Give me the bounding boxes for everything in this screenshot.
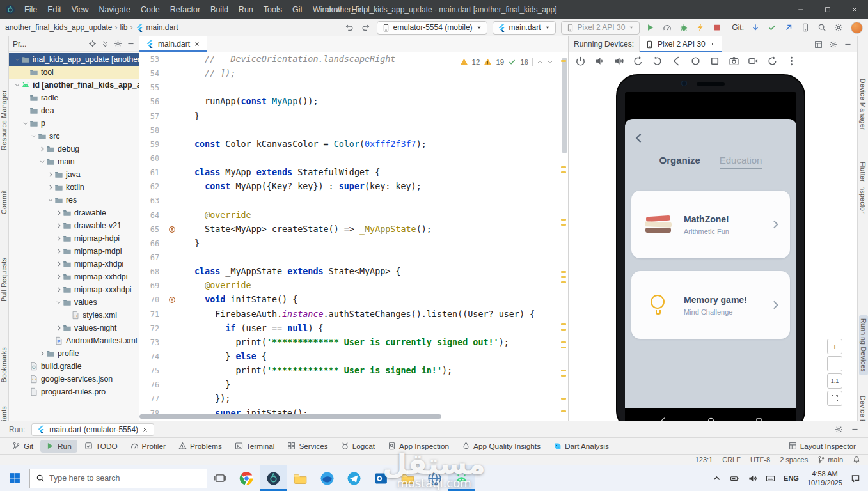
tree-item-inal-kids-app-update-another-final-ki[interactable]: inal_kids_app_update [another_final_ki: [9, 53, 139, 66]
tool-button-dart-analysis[interactable]: Dart Analysis: [548, 440, 615, 453]
tree-item-src[interactable]: src: [9, 130, 139, 143]
tool-button-profiler[interactable]: Profiler: [125, 440, 171, 453]
breadcrumb-another-final-kids-app-update[interactable]: another_final_kids_app_update: [5, 23, 112, 32]
tree-item-drawable[interactable]: drawable: [9, 207, 139, 219]
tree-chevron-icon[interactable]: [54, 286, 63, 293]
tree-item-kotlin[interactable]: kotlin: [9, 181, 139, 194]
code-line-71[interactable]: 71 FirebaseAuth.instance.authStateChange…: [139, 308, 568, 322]
nav-forward-icon[interactable]: [359, 21, 373, 34]
git-push-button[interactable]: [782, 21, 796, 34]
tool-button-logcat[interactable]: Logcat: [335, 440, 381, 453]
volume-down-button[interactable]: [594, 56, 605, 66]
tool-button-layout-inspector[interactable]: Layout Inspector: [783, 440, 862, 453]
override-method-icon[interactable]: [168, 296, 176, 304]
zoom-reset-button[interactable]: 1:1: [827, 373, 842, 389]
menu-edit[interactable]: Edit: [42, 0, 67, 19]
tree-chevron-icon[interactable]: [29, 133, 38, 139]
tool-button-git[interactable]: Git: [6, 440, 39, 453]
tree-item-build-gradle[interactable]: build.gradle: [9, 360, 139, 373]
menu-view[interactable]: View: [67, 0, 94, 19]
tree-item-mipmap-mdpi[interactable]: mipmap-mdpi: [9, 245, 139, 258]
hot-reload-button[interactable]: [693, 21, 707, 34]
close-button[interactable]: [841, 0, 868, 19]
collapse-all-icon[interactable]: [101, 40, 109, 48]
menu-file[interactable]: File: [19, 0, 42, 19]
code-line-70[interactable]: 70 void initState() {: [139, 293, 568, 307]
tree-chevron-icon[interactable]: [54, 235, 63, 242]
tree-item-mipmap-xxhdpi[interactable]: mipmap-xxhdpi: [9, 270, 139, 283]
menu-run[interactable]: Run: [233, 0, 258, 19]
tool-button-problems[interactable]: Problems: [173, 440, 228, 453]
tree-item-mipmap-xhdpi[interactable]: mipmap-xhdpi: [9, 258, 139, 270]
run-tab[interactable]: main.dart (emulator-5554): [31, 423, 154, 436]
device-selector[interactable]: emulator-5554 (mobile): [377, 21, 487, 35]
tree-chevron-icon[interactable]: [54, 261, 63, 267]
hidden-icons-chevron[interactable]: [712, 474, 722, 483]
code-line-62[interactable]: 62 const MyApp({Key? key}) : super(key: …: [139, 180, 568, 194]
tool-stripe-resource-manager[interactable]: Resource Manager: [0, 90, 8, 150]
hide-panel-icon[interactable]: [127, 40, 135, 48]
minimize-button[interactable]: [787, 0, 814, 19]
prev-problem-icon[interactable]: [537, 59, 543, 65]
taskbar-app-folder[interactable]: [394, 465, 421, 491]
tool-stripe-bookmarks[interactable]: Bookmarks: [0, 347, 8, 382]
tool-button-terminal[interactable]: Terminal: [229, 440, 281, 453]
tree-item-java[interactable]: java: [9, 168, 139, 181]
close-tab-icon[interactable]: [194, 41, 200, 47]
device-manager-button[interactable]: [798, 21, 812, 34]
close-tab-icon[interactable]: [709, 41, 716, 47]
tree-item-values[interactable]: values: [9, 296, 139, 309]
tool-stripe-device-manager[interactable]: Device Manager: [859, 79, 867, 130]
tree-chevron-icon[interactable]: [21, 120, 29, 127]
code-line-57[interactable]: 57}: [139, 109, 568, 123]
tree-chevron-icon[interactable]: [54, 274, 63, 280]
card-memory-game[interactable]: Memory game! Mind Challenge: [631, 271, 790, 339]
horizontal-scrollbar[interactable]: [139, 414, 441, 419]
tool-stripe-pull-requests[interactable]: Pull Requests: [0, 258, 8, 302]
panel-settings-icon[interactable]: [114, 40, 122, 48]
close-tab-icon[interactable]: [142, 426, 148, 433]
tree-item-radle[interactable]: radle: [9, 91, 139, 104]
maximize-button[interactable]: [814, 0, 841, 19]
screen-record-button[interactable]: [748, 56, 759, 66]
volume-up-button[interactable]: [613, 56, 624, 66]
code-line-77[interactable]: 77 });: [139, 392, 568, 406]
code-line-68[interactable]: 68class _MyAppState extends State<MyApp>…: [139, 265, 568, 279]
tree-item-proguard-rules-pro[interactable]: proguard-rules.pro: [9, 386, 139, 398]
code-line-65[interactable]: 65 State<MyApp> createState() => _MyAppS…: [139, 222, 568, 237]
git-branch-indicator[interactable]: main: [817, 456, 843, 464]
debug-button[interactable]: [677, 21, 691, 34]
tree-item-main[interactable]: main: [9, 155, 139, 168]
menu-code[interactable]: Code: [136, 0, 165, 19]
code-line-67[interactable]: 67: [139, 251, 568, 265]
tree-item-mipmap-xxxhdpi[interactable]: mipmap-xxxhdpi: [9, 283, 139, 296]
code-line-64[interactable]: 64 @override: [139, 208, 568, 222]
tree-item-res[interactable]: res: [9, 194, 139, 207]
code-line-63[interactable]: 63: [139, 194, 568, 208]
tab-organize[interactable]: Organize: [659, 155, 700, 169]
tool-stripe-running-devices[interactable]: Running Devices: [859, 315, 868, 375]
tree-chevron-icon[interactable]: [38, 159, 46, 165]
action-center-icon[interactable]: [851, 474, 860, 483]
code-line-58[interactable]: 58: [139, 123, 568, 137]
app-screen[interactable]: Organize Education MathZone! Arithmetic …: [625, 119, 796, 408]
menu-refactor[interactable]: Refactor: [165, 0, 205, 19]
user-avatar[interactable]: [851, 22, 863, 34]
code-line-60[interactable]: 60: [139, 152, 568, 166]
code-line-74[interactable]: 74 } else {: [139, 350, 568, 364]
overview-button[interactable]: [709, 56, 720, 66]
tree-chevron-icon[interactable]: [46, 184, 54, 191]
code-line-66[interactable]: 66}: [139, 237, 568, 251]
taskbar-app-android-studio[interactable]: [260, 465, 287, 491]
git-update-button[interactable]: [748, 21, 762, 34]
tool-button-services[interactable]: Services: [281, 440, 333, 453]
inspection-widget[interactable]: 12 19 16: [457, 56, 556, 67]
touch-keyboard-icon[interactable]: [766, 474, 775, 483]
home-button[interactable]: [690, 56, 701, 66]
code-line-59[interactable]: 59const Color kCanvasColor = Color(0xfff…: [139, 137, 568, 152]
locate-file-icon[interactable]: [88, 40, 97, 48]
tree-chevron-icon[interactable]: [13, 82, 21, 88]
search-everywhere-button[interactable]: [815, 21, 829, 34]
tree-item-id-another-final-kids-app-android[interactable]: id [another_final_kids_app_android]: [9, 79, 139, 91]
panel-settings-icon[interactable]: [829, 40, 837, 49]
